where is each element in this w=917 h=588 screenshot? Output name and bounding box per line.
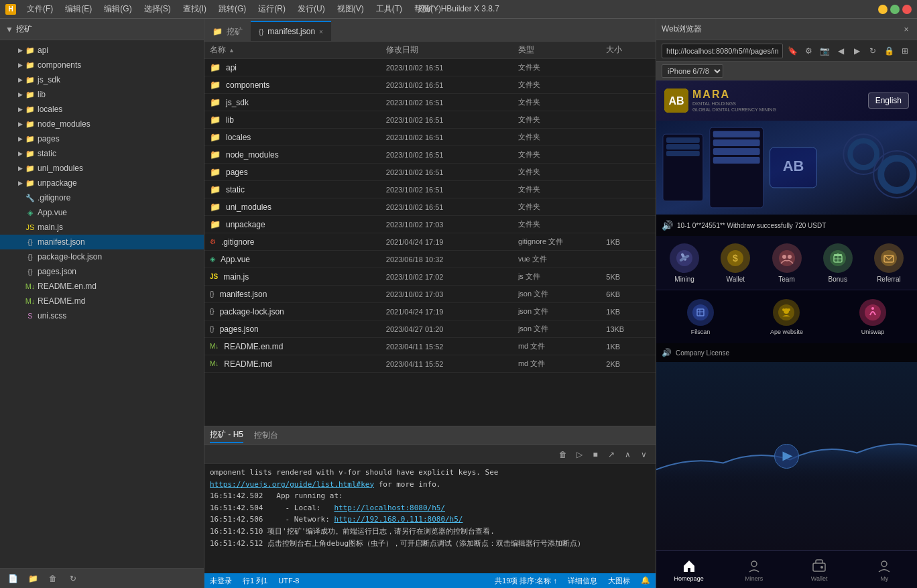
tree-item-lib[interactable]: ▶ 📁 lib — [0, 87, 204, 102]
table-row[interactable]: M↓README.en.md 2023/04/11 15:52 md 文件 1K… — [204, 338, 656, 355]
status-icon[interactable]: 大图标 — [608, 576, 630, 586]
file-tree[interactable]: ▶ 📁 api ▶ 📁 components ▶ 📁 js_sdk ▶ 📁 l — [0, 40, 204, 568]
bottom-nav-homepage[interactable]: Homepage — [656, 555, 721, 585]
menu-jump[interactable]: 跳转(G) — [213, 2, 251, 16]
tree-item-app-vue[interactable]: ▶ ◈ App.vue — [0, 205, 204, 220]
tab-close-button[interactable]: × — [319, 28, 323, 36]
tree-item-readme[interactable]: ▶ M↓ README.md — [0, 294, 204, 308]
table-row[interactable]: 📁locales 2023/10/02 16:51 文件夹 — [204, 129, 656, 146]
bottom-tab-h5[interactable]: 挖矿 - H5 — [210, 428, 243, 443]
bottom-tab-console[interactable]: 控制台 — [254, 428, 278, 443]
col-type-header[interactable]: 类型 — [518, 44, 606, 56]
settings-button[interactable]: ⚙ — [802, 44, 815, 58]
screenshot-button[interactable]: 📷 — [818, 44, 831, 58]
new-folder-button[interactable]: 📁 — [25, 571, 40, 586]
table-row[interactable]: {}pages.json 2023/04/27 01:20 json 文件 13… — [204, 320, 656, 338]
menu-tools[interactable]: 工具(T) — [371, 2, 408, 16]
scroll-down-button[interactable]: ∨ — [637, 448, 650, 461]
table-row[interactable]: 📁pages 2023/10/02 16:51 文件夹 — [204, 164, 656, 181]
url-input[interactable] — [662, 44, 783, 58]
debug-button[interactable]: ▷ — [572, 448, 586, 461]
scroll-up-button[interactable]: ∧ — [621, 448, 634, 461]
tree-item-readme-en[interactable]: ▶ M↓ README.en.md — [0, 279, 204, 294]
nav-mining[interactable]: Mining — [659, 243, 710, 283]
table-row[interactable]: 📁static 2023/10/02 16:51 文件夹 — [204, 181, 656, 198]
table-row[interactable]: ◈App.vue 2023/06/18 10:32 vue 文件 — [204, 251, 656, 268]
status-detail[interactable]: 详细信息 — [568, 576, 597, 586]
maximize-button[interactable]: □ — [890, 5, 900, 14]
col-size-header[interactable]: 大小 — [606, 44, 650, 56]
language-select-button[interactable]: English — [868, 93, 909, 109]
tree-item-components[interactable]: ▶ 📁 components — [0, 58, 204, 72]
nav-bonus[interactable]: Bonus — [812, 243, 863, 283]
table-row[interactable]: 📁components 2023/10/02 16:51 文件夹 — [204, 76, 656, 94]
new-file-button[interactable]: 📄 — [5, 571, 20, 586]
quick-link-filscan[interactable]: Filscan — [687, 299, 714, 335]
tree-item-js-sdk[interactable]: ▶ 📁 js_sdk — [0, 72, 204, 87]
menu-view[interactable]: 视图(V) — [332, 2, 369, 16]
refresh-button[interactable]: ↻ — [866, 44, 879, 58]
quick-link-ape[interactable]: Ape website — [770, 299, 803, 335]
nav-team[interactable]: Team — [761, 243, 812, 283]
bookmark-button[interactable]: 🔖 — [786, 44, 799, 58]
export-button[interactable]: ↗ — [605, 448, 618, 461]
table-row[interactable]: 📁unpackage 2023/10/02 17:03 文件夹 — [204, 216, 656, 233]
close-button[interactable]: × — [902, 5, 912, 14]
lock-button[interactable]: 🔒 — [882, 44, 896, 58]
col-name-header[interactable]: 名称 ▲ — [210, 44, 386, 56]
table-row[interactable]: 📁node_modules 2023/10/02 16:51 文件夹 — [204, 146, 656, 164]
tree-item-gitignore[interactable]: ▶ 🔧 .gitignore — [0, 190, 204, 205]
device-select[interactable]: iPhone 6/7/8 iPhone X iPad Custom — [662, 64, 723, 78]
forward-button[interactable]: ▶ — [850, 44, 863, 58]
delete-button[interactable]: 🗑 — [46, 571, 60, 586]
tree-item-locales[interactable]: ▶ 📁 locales — [0, 102, 204, 117]
tree-item-package-lock-json[interactable]: ▶ {} package-lock.json — [0, 249, 204, 264]
tree-item-pages[interactable]: ▶ 📁 pages — [0, 131, 204, 146]
tree-item-unpackage[interactable]: ▶ 📁 unpackage — [0, 176, 204, 190]
bottom-nav-wallet[interactable]: Wallet — [787, 555, 852, 585]
menu-publish[interactable]: 发行(U) — [292, 2, 330, 16]
tab-mining[interactable]: 📁 挖矿 — [204, 21, 251, 41]
nav-referral[interactable]: Referral — [863, 243, 914, 283]
tree-item-uni-scss[interactable]: ▶ S uni.scss — [0, 308, 204, 323]
table-row[interactable]: M↓README.md 2023/04/11 15:52 md 文件 2KB — [204, 355, 656, 373]
stop-button[interactable]: ■ — [589, 448, 602, 461]
tree-item-main-js[interactable]: ▶ JS main.js — [0, 220, 204, 235]
tab-manifest[interactable]: {} manifest.json × — [251, 21, 331, 41]
quick-link-uniswap[interactable]: Uniswap — [859, 299, 886, 335]
table-row[interactable]: 📁js_sdk 2023/10/02 16:51 文件夹 — [204, 94, 656, 111]
menu-edit[interactable]: 编辑(E) — [60, 2, 97, 16]
tree-item-uni-modules[interactable]: ▶ 📁 uni_modules — [0, 161, 204, 176]
menu-run[interactable]: 运行(R) — [253, 2, 291, 16]
tree-item-pages-json[interactable]: ▶ {} pages.json — [0, 264, 204, 279]
table-row[interactable]: 📁uni_modules 2023/10/02 16:51 文件夹 — [204, 198, 656, 216]
tree-item-manifest-json[interactable]: ▶ {} manifest.json — [0, 235, 204, 249]
bottom-nav-my[interactable]: My — [852, 555, 917, 585]
menu-find[interactable]: 查找(I) — [178, 2, 212, 16]
nav-wallet[interactable]: $ Wallet — [710, 243, 761, 283]
menu-file[interactable]: 文件(F) — [21, 2, 58, 16]
clear-console-button[interactable]: 🗑 — [556, 448, 570, 461]
console-link-1[interactable]: https://vuejs.org/guide/list.html#key — [210, 480, 374, 489]
console-link-3[interactable]: http://192.168.0.111:8080/h5/ — [334, 515, 463, 524]
back-button[interactable]: ◀ — [834, 44, 847, 58]
grid-button[interactable]: ⊞ — [898, 44, 912, 58]
tree-item-node-modules[interactable]: ▶ 📁 node_modules — [0, 117, 204, 131]
tree-item-static[interactable]: ▶ 📁 static — [0, 146, 204, 161]
table-row[interactable]: {}manifest.json 2023/10/02 17:03 json 文件… — [204, 286, 656, 303]
browser-close-button[interactable]: × — [901, 24, 912, 35]
status-bell[interactable]: 🔔 — [641, 576, 650, 586]
bottom-nav-miners[interactable]: Miners — [721, 555, 786, 585]
table-row[interactable]: JSmain.js 2023/10/02 17:02 js 文件 5KB — [204, 268, 656, 286]
menu-edit2[interactable]: 编辑(G) — [99, 2, 137, 16]
table-row[interactable]: 📁api 2023/10/02 16:51 文件夹 — [204, 59, 656, 76]
tree-item-api[interactable]: ▶ 📁 api — [0, 43, 204, 58]
table-row[interactable]: 📁lib 2023/10/02 16:51 文件夹 — [204, 111, 656, 129]
minimize-button[interactable]: − — [878, 5, 888, 14]
col-date-header[interactable]: 修改日期 — [386, 44, 518, 56]
menu-select[interactable]: 选择(S) — [139, 2, 176, 16]
refresh-button[interactable]: ↻ — [66, 571, 80, 586]
table-row[interactable]: ⚙.gitignore 2021/04/24 17:19 gitignore 文… — [204, 233, 656, 251]
console-link-2[interactable]: http://localhost:8080/h5/ — [334, 504, 445, 512]
table-row[interactable]: {}package-lock.json 2021/04/24 17:19 jso… — [204, 303, 656, 320]
